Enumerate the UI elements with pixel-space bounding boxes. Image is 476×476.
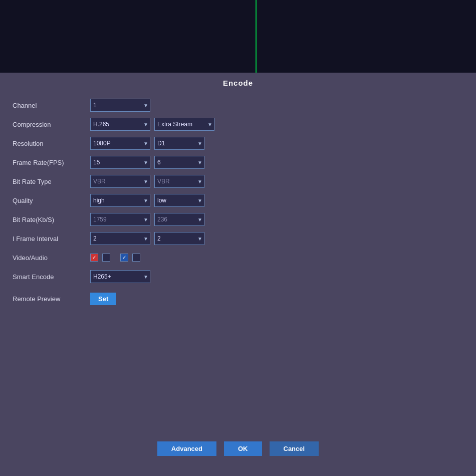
resolution-label: Resolution xyxy=(13,140,90,147)
resolution-sub-wrap: D1CIFQCIF ▼ xyxy=(154,137,204,150)
quality-row: Quality highmediumlow ▼ lowmediumhigh ▼ xyxy=(13,192,463,208)
resolution-sub-select[interactable]: D1CIFQCIF xyxy=(154,137,204,150)
bit-rate-type-main-wrap: VBRCBR ▼ xyxy=(90,175,150,188)
bit-rate-sub-select[interactable]: 236 xyxy=(154,213,204,226)
bottom-buttons: Advanced OK Cancel xyxy=(0,441,476,456)
channel-row: Channel 1234 ▼ xyxy=(13,97,463,113)
i-frame-main-select[interactable]: 248 xyxy=(90,232,150,245)
bit-rate-type-sub-wrap: VBRCBR ▼ xyxy=(154,175,204,188)
bit-rate-main-wrap: 1759 ▼ xyxy=(90,213,150,226)
dialog-title: Encode xyxy=(0,73,476,92)
video-audio-checkboxes: ✓ ✓ xyxy=(90,254,140,262)
bit-rate-type-row: Bit Rate Type VBRCBR ▼ VBRCBR ▼ xyxy=(13,173,463,189)
bit-rate-kbs-label: Bit Rate(Kb/S) xyxy=(13,216,90,223)
bit-rate-type-main-select[interactable]: VBRCBR xyxy=(90,175,150,188)
resolution-row: Resolution 1080P720PD1 ▼ D1CIFQCIF ▼ xyxy=(13,135,463,151)
channel-select-wrap: 1234 ▼ xyxy=(90,99,150,112)
i-frame-sub-wrap: 248 ▼ xyxy=(154,232,204,245)
quality-sub-wrap: lowmediumhigh ▼ xyxy=(154,194,204,207)
frame-rate-main-select[interactable]: 152530 xyxy=(90,156,150,169)
compression-main-select[interactable]: H.265H.264 xyxy=(90,118,150,131)
channel-label: Channel xyxy=(13,102,90,109)
compression-row: Compression H.265H.264 ▼ Extra StreamMai… xyxy=(13,116,463,132)
quality-label: Quality xyxy=(13,197,90,204)
i-frame-main-wrap: 248 ▼ xyxy=(90,232,150,245)
frame-rate-sub-select[interactable]: 6101525 xyxy=(154,156,204,169)
compression-sub-wrap: Extra StreamMain Stream ▼ xyxy=(154,118,214,131)
audio-cb1-item xyxy=(102,254,110,262)
smart-encode-label: Smart Encode xyxy=(13,273,90,281)
smart-encode-wrap: H265+H265H264+H264 ▼ xyxy=(90,270,150,283)
i-frame-label: I Frame Interval xyxy=(13,235,90,243)
checkmark2-icon: ✓ xyxy=(122,255,126,260)
bit-rate-type-sub-select[interactable]: VBRCBR xyxy=(154,175,204,188)
checkmark-icon: ✓ xyxy=(92,255,96,260)
i-frame-interval-row: I Frame Interval 248 ▼ 248 ▼ xyxy=(13,230,463,247)
ok-button[interactable]: OK xyxy=(224,441,262,456)
form-area: Channel 1234 ▼ Compression H.265H.264 ▼ … xyxy=(0,92,476,310)
video-checked-cb2[interactable]: ✓ xyxy=(120,254,128,262)
compression-sub-select[interactable]: Extra StreamMain Stream xyxy=(154,118,214,131)
video-audio-row: Video/Audio ✓ ✓ xyxy=(13,250,463,266)
bit-rate-main-select[interactable]: 1759 xyxy=(90,213,150,226)
quality-main-select[interactable]: highmediumlow xyxy=(90,194,150,207)
compression-label: Compression xyxy=(13,121,90,128)
bit-rate-type-label: Bit Rate Type xyxy=(13,178,90,185)
quality-sub-select[interactable]: lowmediumhigh xyxy=(154,194,204,207)
frame-rate-row: Frame Rate(FPS) 152530 ▼ 6101525 ▼ xyxy=(13,154,463,170)
resolution-main-wrap: 1080P720PD1 ▼ xyxy=(90,137,150,150)
frame-rate-main-wrap: 152530 ▼ xyxy=(90,156,150,169)
smart-encode-row: Smart Encode H265+H265H264+H264 ▼ xyxy=(13,269,463,285)
video-cb1-item: ✓ xyxy=(90,254,98,262)
video-audio-label: Video/Audio xyxy=(13,254,90,262)
top-bar xyxy=(0,0,476,73)
i-frame-sub-select[interactable]: 248 xyxy=(154,232,204,245)
audio-unchecked-cb1[interactable] xyxy=(102,254,110,262)
frame-rate-sub-wrap: 6101525 ▼ xyxy=(154,156,204,169)
video-cb2-item: ✓ xyxy=(120,254,128,262)
quality-main-wrap: highmediumlow ▼ xyxy=(90,194,150,207)
green-line xyxy=(256,0,257,73)
resolution-main-select[interactable]: 1080P720PD1 xyxy=(90,137,150,150)
set-button[interactable]: Set xyxy=(90,293,116,305)
cancel-button[interactable]: Cancel xyxy=(270,441,319,456)
bit-rate-kbs-row: Bit Rate(Kb/S) 1759 ▼ 236 ▼ xyxy=(13,211,463,227)
video-checked-cb[interactable]: ✓ xyxy=(90,254,98,262)
audio-unchecked-cb2[interactable] xyxy=(132,254,140,262)
frame-rate-label: Frame Rate(FPS) xyxy=(13,159,90,166)
channel-select[interactable]: 1234 xyxy=(90,99,150,112)
bit-rate-sub-wrap: 236 ▼ xyxy=(154,213,204,226)
advanced-button[interactable]: Advanced xyxy=(157,441,216,456)
encode-dialog: Encode Channel 1234 ▼ Compression H.265H… xyxy=(0,73,476,476)
audio-cb2-item xyxy=(132,254,140,262)
remote-preview-label: Remote Preview xyxy=(13,295,90,303)
smart-encode-select[interactable]: H265+H265H264+H264 xyxy=(90,270,150,283)
compression-main-wrap: H.265H.264 ▼ xyxy=(90,118,150,131)
remote-preview-row: Remote Preview Set xyxy=(13,293,463,305)
